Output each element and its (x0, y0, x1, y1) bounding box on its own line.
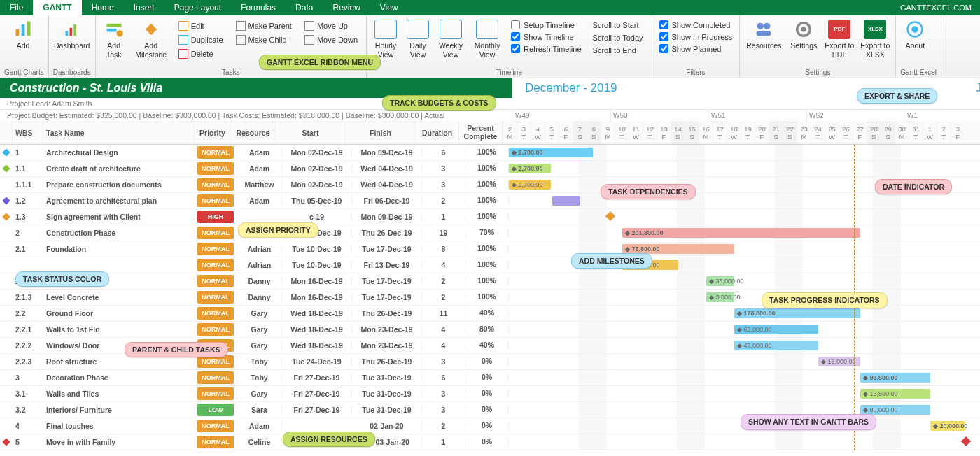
gantt-bar[interactable]: ◆ 35,000.00 (706, 276, 734, 286)
make-parent-button[interactable]: Make Parent (232, 20, 296, 32)
cell-priority[interactable]: NORMAL (195, 243, 237, 255)
tab-pagelayout[interactable]: Page Layout (164, 0, 231, 15)
gantt-bar[interactable]: ◆ 73,800.00 (622, 244, 734, 254)
task-row[interactable]: 1.1.1Prepare construction documentsNORMA… (0, 177, 980, 193)
cell-priority[interactable]: NORMAL (195, 259, 237, 271)
cell-priority[interactable]: NORMAL (195, 146, 237, 159)
scroll-today-button[interactable]: Scroll to Today (589, 32, 648, 43)
header-start[interactable]: Start (276, 121, 346, 144)
edit-button[interactable]: Edit (174, 20, 227, 32)
gantt-milestone[interactable] (606, 211, 615, 221)
scroll-start-button[interactable]: Scroll to Start (589, 20, 648, 31)
gantt-milestone[interactable] (961, 436, 971, 446)
make-child-button[interactable]: Make Child (232, 34, 296, 46)
add-milestone-button[interactable]: Add Milestone (132, 18, 170, 59)
task-row[interactable]: 2.1FoundationNORMALAdrianTue 10-Dec-19Tu… (0, 241, 980, 257)
delete-button[interactable]: Delete (174, 48, 227, 60)
gantt-bar[interactable]: ◆ 128,000.00 (734, 308, 860, 318)
task-row[interactable]: 2Construction PhaseNORMALAdamTue 10-Dec-… (0, 225, 980, 241)
cell-priority[interactable]: NORMAL (195, 371, 237, 384)
cell-priority[interactable]: NORMAL (195, 275, 237, 287)
show-completed-check[interactable]: Show Completed (657, 20, 736, 30)
task-row[interactable]: 3Decoration PhaseNORMALTobyFri 27-Dec-19… (0, 370, 980, 386)
show-inprogress-check[interactable]: Show In Progress (657, 31, 736, 42)
scroll-end-button[interactable]: Scroll to End (589, 45, 648, 56)
gantt-bar[interactable]: ◆ 13,500.00 (860, 389, 930, 399)
gantt-bar[interactable] (552, 196, 580, 206)
tab-review[interactable]: Review (323, 0, 370, 15)
cell-priority[interactable]: NORMAL (195, 420, 237, 432)
cell-priority[interactable]: LOW (195, 404, 237, 416)
show-timeline-check[interactable]: Show Timeline (508, 31, 584, 42)
header-duration[interactable]: Duration (416, 121, 459, 144)
header-priority[interactable]: Priority (195, 121, 231, 144)
cell-resource: Danny (237, 293, 282, 301)
add-task-button[interactable]: Add Task (100, 18, 128, 59)
move-up-button[interactable]: Move Up (300, 20, 362, 32)
header-pct[interactable]: Percent Complete (459, 121, 503, 144)
cell-priority[interactable]: NORMAL (195, 387, 237, 400)
cell-priority[interactable]: NORMAL (195, 162, 237, 175)
hourly-view-button[interactable]: Hourly View (371, 18, 400, 59)
gantt-bar[interactable]: ◆ 2,700.00 (509, 180, 551, 190)
gantt-bar[interactable]: ◆ 2,700.00 (509, 164, 551, 173)
weekly-view-button[interactable]: Weekly View (435, 18, 466, 59)
task-row[interactable]: 1.3Sign agreement with ClientHIGHc-19Mon… (0, 209, 980, 225)
cell-priority[interactable]: NORMAL (195, 436, 237, 448)
header-resource[interactable]: Resource (231, 121, 276, 144)
callout-priority: ASSIGN PRIORITY (238, 222, 318, 238)
header-finish[interactable]: Finish (346, 121, 416, 144)
duplicate-button[interactable]: Duplicate (174, 34, 227, 46)
cell-priority[interactable]: NORMAL (195, 227, 237, 239)
setup-timeline-check[interactable]: Setup Timeline (508, 20, 584, 30)
gantt-bar[interactable]: ◆ 80,000.00 (860, 405, 930, 415)
cell-name: Foundation (43, 245, 195, 253)
move-down-button[interactable]: Move Down (300, 34, 362, 46)
tab-data[interactable]: Data (286, 0, 323, 15)
task-row[interactable]: 1Architectural DesignNORMALAdamMon 02-De… (0, 145, 980, 161)
refresh-timeline-check[interactable]: Refresh Timeline (508, 43, 584, 54)
cell-priority[interactable]: NORMAL (195, 323, 237, 336)
task-row[interactable]: 3.1Walls and TilesNORMALGaryFri 27-Dec-1… (0, 386, 980, 402)
tab-gantt[interactable]: GANTT (33, 0, 81, 15)
tab-file[interactable]: File (0, 0, 33, 15)
tab-home[interactable]: Home (82, 0, 124, 15)
about-button[interactable]: About (900, 18, 930, 50)
export-pdf-button[interactable]: PDFExport to PDF (824, 18, 855, 59)
task-row[interactable]: NORMALAdrianTue 10-Dec-19Fri 13-Dec-1941… (0, 257, 980, 273)
cell-priority[interactable]: NORMAL (195, 307, 237, 320)
dashboard-button[interactable]: Dashboard (53, 18, 91, 50)
gantt-bar[interactable]: ◆ 20,000.00 (930, 421, 965, 431)
task-row[interactable]: 1.2Agreement to architectural planNORMAL… (0, 193, 980, 209)
tab-view[interactable]: View (370, 0, 408, 15)
cell-priority[interactable]: NORMAL (195, 178, 237, 191)
monthly-view-button[interactable]: Monthly View (470, 18, 504, 59)
gantt-bar[interactable]: ◆ 65,000.00 (734, 325, 818, 334)
task-row[interactable]: 1.1Create draft of architectureNORMALAda… (0, 161, 980, 177)
resources-button[interactable]: Resources (744, 18, 783, 50)
export-xlsx-button[interactable]: XLSXExport to XLSX (859, 18, 891, 59)
task-row[interactable]: 2.2.1Walls to 1st FloNORMALGaryWed 18-De… (0, 322, 980, 338)
task-row[interactable]: 2.1.2Pour ConcreteNORMALDannyMon 16-Dec-… (0, 273, 980, 290)
gantt-bar[interactable]: ◆ 2,700.00 (509, 148, 593, 157)
show-planned-check[interactable]: Show Planned (657, 43, 736, 54)
gantt-bar[interactable]: ◆ 3,800.00 (706, 292, 734, 302)
settings-button[interactable]: Settings (788, 18, 820, 50)
cell-resource: Gary (237, 309, 282, 318)
task-row[interactable]: 5Move in with FamilyNORMALCelineFri 03-J… (0, 434, 980, 450)
gantt-bar[interactable]: ◆ 47,000.00 (734, 341, 818, 350)
cell-priority[interactable]: NORMAL (195, 291, 237, 304)
gantt-bar[interactable]: ◆ 201,800.00 (622, 228, 860, 238)
week-label: W1 (904, 110, 980, 121)
cell-priority[interactable]: HIGH (195, 211, 237, 223)
daily-view-button[interactable]: Daily View (405, 18, 431, 59)
header-wbs[interactable]: WBS (13, 121, 43, 144)
tab-formulas[interactable]: Formulas (231, 0, 286, 15)
gantt-bar[interactable]: ◆ 16,000.00 (818, 357, 860, 366)
cell-priority[interactable]: NORMAL (195, 194, 237, 207)
add-chart-button[interactable]: Add (4, 18, 42, 50)
cell-finish: Thu 26-Dec-19 (352, 229, 422, 237)
gantt-bar[interactable]: ◆ 93,500.00 (860, 373, 930, 383)
header-name[interactable]: Task Name (43, 121, 195, 144)
tab-insert[interactable]: Insert (124, 0, 164, 15)
